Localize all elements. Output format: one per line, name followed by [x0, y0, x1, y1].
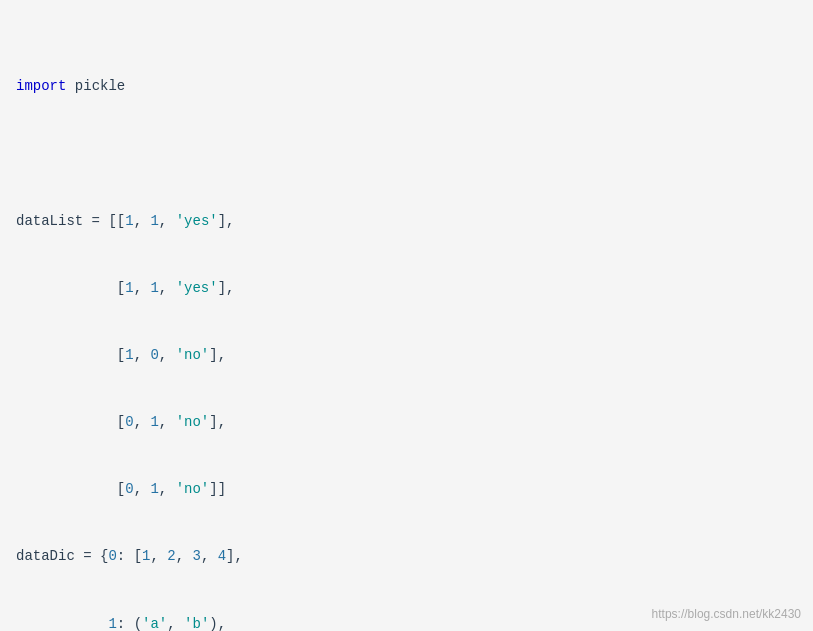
line-7: [0, 1, 'no']]: [16, 478, 797, 500]
code-block: import pickle dataList = [[1, 1, 'yes'],…: [16, 8, 797, 631]
line-3: dataList = [[1, 1, 'yes'],: [16, 210, 797, 232]
line-8: dataDic = {0: [1, 2, 3, 4],: [16, 545, 797, 567]
watermark: https://blog.csdn.net/kk2430: [652, 607, 801, 621]
line-5: [1, 0, 'no'],: [16, 344, 797, 366]
line-1: import pickle: [16, 75, 797, 97]
line-6: [0, 1, 'no'],: [16, 411, 797, 433]
code-container: import pickle dataList = [[1, 1, 'yes'],…: [0, 0, 813, 631]
line-4: [1, 1, 'yes'],: [16, 277, 797, 299]
line-2: [16, 142, 797, 164]
